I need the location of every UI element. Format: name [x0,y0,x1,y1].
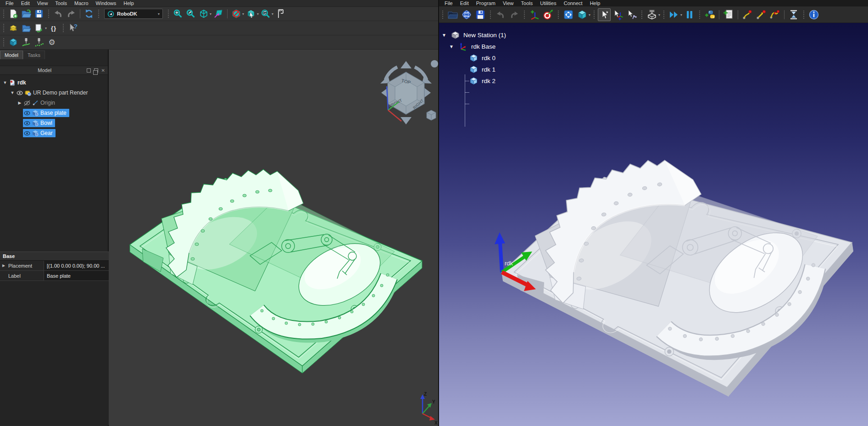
export-document-button[interactable] [33,22,45,34]
move-linear-button[interactable] [755,8,768,21]
tree-item-rdk-base[interactable]: ▼ rdk Base [449,41,495,52]
expander-icon[interactable]: ▶ [0,261,7,270]
chevron-down-icon[interactable]: ▾ [242,12,244,16]
toolbar-handle[interactable] [62,23,65,33]
move-robot-button[interactable] [625,8,638,21]
toolbar-handle[interactable] [640,10,643,20]
tool-path-dotted-button[interactable] [33,36,45,48]
isometric-view-button[interactable] [198,8,210,20]
menu-utilities[interactable]: Utilities [536,0,560,6]
robodk-cube-button[interactable] [7,36,19,48]
navcube-rotate-icon[interactable] [431,60,438,67]
export-part-button[interactable] [7,22,19,34]
save-station-button[interactable] [474,8,487,21]
new-document-button[interactable] [7,8,19,20]
zoom-fit-button[interactable] [172,8,184,20]
isometric-view-button[interactable] [576,8,589,21]
check-collisions-button[interactable] [645,8,658,21]
tab-tasks[interactable]: Tasks [23,50,45,59]
tree-item-rdk-1[interactable]: rdk 1 [469,64,495,75]
save-button[interactable] [33,8,45,20]
cad-part-highlighted[interactable] [130,169,422,373]
tree-item-origin[interactable]: ▶ Origin [0,98,108,108]
dock-float-icon[interactable] [94,68,98,73]
refresh-button[interactable] [83,8,95,20]
menu-program[interactable]: Program [473,0,499,6]
chevron-down-icon[interactable]: ▾ [210,12,211,16]
hidden-eye-icon[interactable] [24,100,30,106]
menu-edit[interactable]: Edit [456,0,473,6]
menu-tools[interactable]: Tools [51,0,71,6]
chevron-down-icon[interactable]: ▾ [589,13,590,17]
whats-this-button[interactable]: ? [67,22,79,34]
menu-windows[interactable]: Windows [92,0,120,6]
robodk-3d-viewport[interactable]: rdk ▼ New Station (1) ▼ rdk Base [439,23,868,426]
menu-edit[interactable]: Edit [17,0,33,6]
move-reference-button[interactable] [612,8,624,21]
visibility-eye-icon[interactable] [24,110,30,116]
navigation-cube[interactable]: TOP FRONT RIGHT [380,60,438,124]
open-folder-button[interactable] [20,22,32,34]
toolbar-handle[interactable] [557,10,560,20]
freecad-3d-viewport[interactable]: TOP FRONT RIGHT [109,50,438,426]
expander-icon[interactable]: ▼ [442,33,449,38]
toolbar-handle[interactable] [2,23,5,33]
select-tool-button[interactable] [598,8,611,21]
move-circular-button[interactable] [768,8,781,21]
tree-item-rdk[interactable]: ▼ rdk [0,78,108,88]
tree-item-gear[interactable]: Gear [0,128,108,138]
expander-icon[interactable]: ▼ [9,90,16,95]
undo-button[interactable] [494,8,507,21]
toolbar-handle[interactable] [2,9,5,19]
dock-close-icon[interactable]: ✕ [101,68,105,73]
menu-help[interactable]: Help [120,0,138,6]
sync-selection-button[interactable] [212,8,224,20]
move-joint-button[interactable] [741,8,754,21]
toolbar-handle[interactable] [97,9,100,19]
toolbar-handle[interactable] [47,9,50,19]
zoom-region-button[interactable] [185,8,197,20]
toolbar-handle[interactable] [662,10,665,20]
menu-file[interactable]: File [441,0,456,6]
workbench-selector[interactable]: RoboDK ▾ [104,9,163,19]
toolbar-handle[interactable] [698,10,701,20]
property-value[interactable]: Base plate [44,271,109,280]
visibility-eye-icon[interactable] [17,90,23,96]
property-value[interactable]: [(1.00 0.00 0.00); 90.00 ... [44,261,109,270]
toolbar-handle[interactable] [802,10,805,20]
robodk-3d-scene[interactable]: rdk [439,23,868,426]
redo-button[interactable] [65,8,77,20]
tree-item-base-plate[interactable]: Base plate [0,108,108,118]
dock-minimize-icon[interactable] [87,68,91,73]
menu-file[interactable]: File [2,0,17,6]
toolbar-handle[interactable] [167,9,170,19]
chevron-down-icon[interactable]: ▾ [257,12,259,16]
chevron-down-icon[interactable]: ▾ [658,13,660,17]
chevron-down-icon[interactable]: ▾ [272,12,273,16]
toolbar-handle[interactable] [2,37,5,47]
menu-view[interactable]: View [499,0,517,6]
freecad-3d-scene[interactable]: TOP FRONT RIGHT [109,50,438,426]
menu-connect[interactable]: Connect [560,0,586,6]
open-file-button[interactable] [446,8,459,21]
redo-button[interactable] [508,8,521,21]
expander-icon[interactable]: ▼ [449,44,456,49]
add-target-button[interactable] [542,8,555,21]
visibility-eye-icon[interactable] [24,130,30,136]
tree-item-ur-demo-part[interactable]: ▼ UR Demo part Render [0,88,108,98]
menu-help[interactable]: Help [586,0,604,6]
toolbar-handle[interactable] [593,10,595,20]
tree-item-rdk-2[interactable]: rdk 2 [469,75,495,87]
menu-macro[interactable]: Macro [71,0,92,6]
online-library-button[interactable] [460,8,473,21]
settings-button[interactable]: ⚙ [46,36,58,48]
toolbar-handle[interactable] [489,10,492,20]
toolbar-handle[interactable] [441,10,444,20]
chevron-down-icon[interactable]: ▾ [45,26,47,30]
cad-part-white[interactable] [490,134,868,425]
expander-icon[interactable]: ▶ [17,101,23,105]
add-post-processor-button[interactable] [722,8,735,21]
tool-path-button[interactable] [20,36,32,48]
add-reference-frame-button[interactable] [528,8,541,21]
fast-simulation-button[interactable] [668,8,680,21]
